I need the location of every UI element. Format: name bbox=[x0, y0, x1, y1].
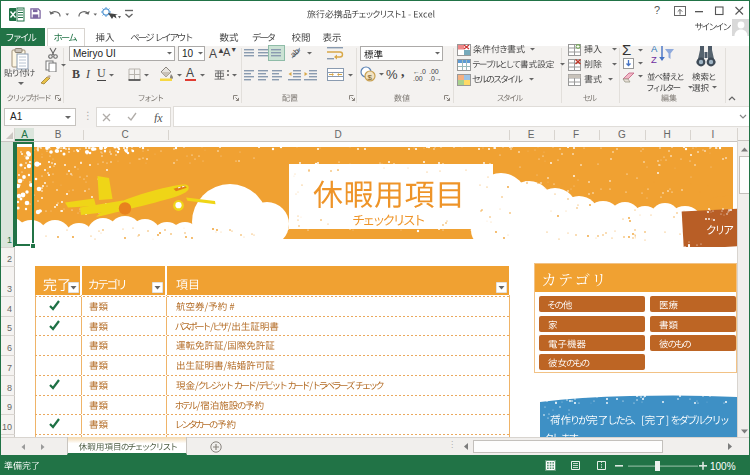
svg-text:A: A bbox=[651, 43, 658, 54]
svg-text:$: $ bbox=[368, 73, 373, 82]
svg-text:Z: Z bbox=[651, 54, 657, 65]
svg-text:fx: fx bbox=[154, 112, 163, 123]
